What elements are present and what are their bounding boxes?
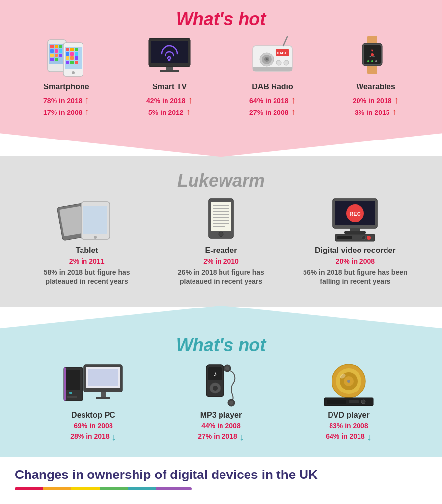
tablet-stat1: 2% in 2011 — [30, 257, 143, 267]
hot-item-smartphone: Smartphone 78% in 2018 ↑ 17% in 2008 ↑ — [22, 34, 110, 117]
svg-rect-77 — [337, 236, 352, 239]
svg-point-41 — [276, 60, 281, 65]
svg-point-30 — [168, 58, 171, 61]
svg-rect-7 — [59, 49, 62, 53]
dvdplayer-icon — [295, 363, 403, 407]
svg-text:DAB+: DAB+ — [277, 51, 286, 55]
dvdplayer-stat1: 83% in 2008 — [295, 421, 403, 431]
svg-rect-31 — [166, 67, 173, 70]
svg-point-94 — [213, 386, 218, 391]
svg-rect-20 — [75, 52, 78, 56]
wearables-label: Wearables — [356, 83, 395, 91]
footer: Changes in ownership of digital devices … — [0, 457, 442, 495]
hot-item-wearables: ♥ 98% Wearables 20% in 2018 ↑ 3% in 2015… — [332, 34, 420, 117]
wearables-arrow: ↑ — [394, 94, 399, 105]
svg-point-51 — [367, 60, 369, 62]
desktoppc-stat2: 28% in 2018 — [70, 432, 109, 442]
not-section: What's not — [0, 306, 442, 457]
desktoppc-stat1: 69% in 2008 — [39, 421, 147, 431]
svg-text:REC: REC — [350, 211, 361, 217]
mp3-stats: 44% in 2008 27% in 2018 ↓ — [167, 421, 275, 443]
warm-section: Lukewarm Tablet 2% in 2011 58% in 2018 b… — [0, 156, 442, 307]
smartphone-stats: 78% in 2018 ↑ 17% in 2008 ↑ — [43, 94, 89, 117]
svg-rect-32 — [160, 70, 179, 72]
svg-rect-88 — [96, 397, 110, 399]
svg-rect-75 — [344, 231, 366, 234]
smarttv-stat2: 5% in 2012 — [148, 109, 184, 116]
svg-text:♥: ♥ — [371, 48, 374, 53]
desktoppc-label: Desktop PC — [39, 411, 147, 420]
svg-rect-2 — [50, 45, 54, 48]
svg-point-79 — [362, 236, 366, 240]
dabradio-arrow: ↑ — [291, 94, 296, 105]
ereader-icon — [165, 198, 277, 242]
hot-item-smarttv: Smart TV 42% in 2018 ↑ 5% in 2012 ↑ — [125, 34, 214, 117]
ereader-stat1: 2% in 2010 — [165, 257, 277, 267]
tablet-label: Tablet — [30, 246, 143, 255]
smartphone-arrow2: ↑ — [84, 106, 89, 117]
svg-point-53 — [375, 60, 377, 62]
dabradio-label: DAB Radio — [252, 83, 293, 91]
smarttv-arrow: ↑ — [188, 94, 193, 105]
svg-rect-84 — [67, 396, 77, 398]
hot-section: What's hot — [0, 0, 442, 157]
mp3-label: MP3 player — [167, 411, 275, 420]
warm-title: Lukewarm — [20, 170, 422, 191]
svg-rect-15 — [66, 48, 69, 51]
warm-item-ereader: E-reader 2% in 2010 26% in 2018 but figu… — [165, 198, 277, 287]
svg-rect-57 — [83, 206, 107, 234]
svg-point-52 — [371, 60, 373, 62]
wearables-icon: ♥ 98% — [354, 34, 398, 79]
dvdplayer-label: DVD player — [295, 411, 403, 420]
svg-text:98%: 98% — [369, 55, 376, 58]
wearables-stats: 20% in 2018 ↑ 3% in 2015 ↑ — [353, 94, 399, 117]
dvdplayer-stat2: 64% in 2018 — [326, 432, 364, 442]
footer-title: Changes in ownership of digital devices … — [15, 467, 427, 482]
tablet-stats: 2% in 2011 58% in 2018 but figure has pl… — [30, 257, 143, 287]
smartphone-label: Smartphone — [43, 83, 89, 91]
svg-rect-89 — [88, 369, 118, 386]
svg-point-107 — [361, 400, 365, 404]
svg-point-78 — [367, 236, 371, 240]
svg-rect-8 — [50, 54, 54, 57]
dabradio-stat2: 27% in 2008 — [249, 109, 288, 116]
mp3-icon: ♪ — [167, 363, 275, 407]
dvdplayer-stats: 83% in 2008 64% in 2018 ↓ — [295, 421, 403, 443]
hot-item-dabradio: DAB+ DAB Radio 64% in 2018 ↑ 27% in 2008… — [228, 34, 317, 117]
svg-point-104 — [347, 380, 350, 383]
svg-rect-60 — [211, 202, 231, 231]
mp3-stat1: 44% in 2008 — [167, 421, 275, 431]
wearables-stat2: 3% in 2015 — [355, 109, 390, 116]
tablet-icon — [30, 198, 143, 242]
svg-rect-87 — [101, 392, 106, 397]
smartphone-stat2: 17% in 2008 — [43, 109, 82, 116]
svg-rect-19 — [70, 52, 74, 56]
not-item-desktoppc: Desktop PC 69% in 2008 28% in 2018 ↓ — [39, 363, 147, 443]
svg-point-58 — [94, 236, 97, 239]
dvr-stat2: 56% in 2018 but figure has been falling … — [299, 268, 412, 287]
svg-rect-10 — [59, 54, 62, 57]
desktoppc-stats: 69% in 2008 28% in 2018 ↓ — [39, 421, 147, 443]
svg-text:♪: ♪ — [214, 370, 217, 378]
svg-rect-14 — [55, 58, 58, 61]
dvr-stat1: 20% in 2008 — [299, 257, 412, 267]
not-item-mp3: ♪ MP3 player 44% in 2008 — [167, 363, 275, 443]
svg-rect-24 — [66, 61, 69, 64]
smarttv-arrow2: ↑ — [186, 106, 191, 117]
svg-rect-13 — [50, 58, 54, 61]
smarttv-stat1: 42% in 2018 — [146, 97, 185, 105]
svg-point-42 — [284, 60, 289, 65]
svg-point-69 — [219, 232, 223, 237]
svg-rect-74 — [350, 228, 360, 231]
wearables-arrow2: ↑ — [392, 106, 397, 117]
not-items: Desktop PC 69% in 2008 28% in 2018 ↓ ♪ — [29, 363, 413, 443]
tablet-stat2: 58% in 2018 but figure has plateaued in … — [30, 268, 143, 287]
svg-rect-3 — [55, 45, 58, 48]
svg-rect-18 — [66, 52, 69, 56]
svg-rect-81 — [66, 370, 80, 390]
svg-rect-22 — [70, 56, 74, 60]
svg-rect-43 — [253, 67, 292, 71]
smartphone-stat1: 78% in 2018 — [43, 97, 82, 105]
svg-rect-23 — [75, 56, 78, 60]
svg-rect-5 — [50, 49, 54, 53]
